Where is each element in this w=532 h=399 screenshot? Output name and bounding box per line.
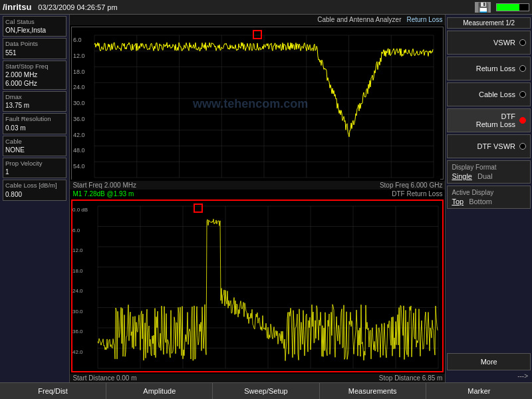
fault-resolution: Fault Resolution 0.03 m: [3, 113, 66, 134]
cable-loss-radio: [519, 91, 526, 98]
dmax: Dmax 13.75 m: [3, 91, 66, 112]
display-format-section: Display Format Single Dual: [447, 160, 531, 184]
top-chart: [71, 27, 444, 180]
dtf-label: DTF Return Loss: [392, 190, 442, 198]
bottom-chart: [71, 200, 444, 372]
display-format-row: Single Dual: [452, 172, 526, 180]
toolbar-marker[interactable]: Marker: [426, 383, 532, 399]
stop-distance-label: Stop Distance 6.85 m: [379, 374, 443, 382]
cable-loss-label: Cable Loss: [479, 90, 515, 98]
save-icon[interactable]: 💾: [475, 2, 491, 13]
stop-freq-label: Stop Freq 6.000 GHz: [380, 182, 443, 189]
start-freq-label: Start Freq 2.000 MHz: [72, 182, 136, 189]
start-distance-label: Start Distance 0.00 m: [72, 374, 136, 382]
cable-loss: Cable Loss [dB/m] 0.800: [3, 180, 66, 200]
toolbar-amplitude[interactable]: Amplitude: [106, 383, 213, 399]
active-display-row: Top Bottom: [452, 198, 526, 205]
top-bar: /inritsu 03/23/2009 04:26:57 pm 💾: [0, 0, 532, 15]
center-area: Cable and Antenna Analyzer Return Loss S…: [70, 15, 445, 382]
measurement-title: Measurement 1/2: [447, 17, 531, 29]
active-display-label: Active Display: [452, 189, 526, 196]
top-chart-canvas: [72, 27, 440, 180]
cable-loss-button[interactable]: Cable Loss: [447, 82, 531, 106]
display-format-dual[interactable]: Dual: [477, 172, 493, 180]
return-loss-label: Return Loss: [476, 65, 515, 72]
chart-header: Cable and Antenna Analyzer Return Loss: [70, 15, 445, 25]
active-display-bottom[interactable]: Bottom: [469, 198, 492, 205]
main-layout: Cal Status ON,Flex,Insta Data Points 551…: [0, 15, 532, 382]
start-stop-freq: Start/Stop Freq 2.000 MHz 6.000 GHz: [3, 61, 66, 90]
toolbar-sweep-setup[interactable]: Sweep/Setup: [213, 383, 319, 399]
marker-bar: M1 7.28dB @1.93 m DTF Return Loss: [70, 190, 445, 198]
dtf-vswr-label: DTF VSWR: [477, 142, 515, 150]
chart-subtitle: Return Loss: [406, 16, 442, 24]
battery-fill: [497, 4, 519, 11]
bottom-toolbar: Freq/Dist Amplitude Sweep/Setup Measurem…: [0, 382, 532, 399]
vswr-radio: [519, 39, 526, 46]
active-display-section: Active Display Top Bottom: [447, 186, 531, 209]
cal-status: Cal Status ON,Flex,Insta: [3, 16, 66, 37]
return-loss-radio: [519, 65, 526, 72]
dtf-return-loss-label: DTFReturn Loss: [476, 112, 515, 128]
chart-info-bar: Start Freq 2.000 MHz Stop Freq 6.000 GHz: [70, 181, 445, 190]
marker-label: M1 7.28dB @1.93 m: [72, 190, 134, 198]
return-loss-button[interactable]: Return Loss: [447, 57, 531, 80]
dtf-return-loss-button[interactable]: DTFReturn Loss: [447, 108, 531, 132]
display-format-single[interactable]: Single: [452, 172, 472, 180]
dtf-return-loss-radio: [519, 117, 526, 124]
more-button[interactable]: More: [447, 353, 531, 370]
distance-bar: Start Distance 0.00 m Stop Distance 6.85…: [70, 374, 445, 382]
chart-title: Cable and Antenna Analyzer: [317, 16, 401, 24]
toolbar-freq-dist[interactable]: Freq/Dist: [0, 383, 106, 399]
vswr-button[interactable]: VSWR: [447, 31, 531, 55]
data-points: Data Points 551: [3, 38, 66, 59]
toolbar-measurements[interactable]: Measurements: [320, 383, 426, 399]
dtf-vswr-radio: [519, 143, 526, 150]
left-panel: Cal Status ON,Flex,Insta Data Points 551…: [0, 15, 70, 382]
right-panel: Measurement 1/2 VSWR Return Loss Cable L…: [445, 15, 532, 382]
logo: /inritsu: [3, 2, 31, 12]
vswr-label: VSWR: [493, 39, 515, 47]
bottom-chart-canvas: [72, 201, 442, 371]
arrow-indicator: --->: [447, 372, 531, 380]
cable: Cable NONE: [3, 136, 66, 156]
active-display-top[interactable]: Top: [452, 198, 464, 205]
dtf-vswr-button[interactable]: DTF VSWR: [447, 134, 531, 158]
battery-indicator: [496, 3, 529, 11]
prop-velocity: Prop Velocity 1: [3, 158, 66, 178]
datetime: 03/23/2009 04:26:57 pm: [38, 3, 475, 11]
display-format-label: Display Format: [452, 164, 526, 171]
